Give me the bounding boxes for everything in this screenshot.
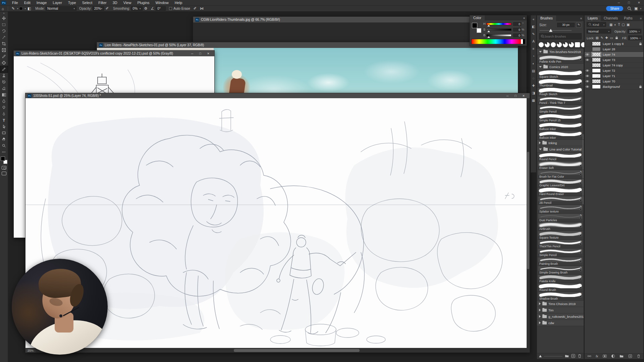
screen-mode-button[interactable] [2, 172, 6, 175]
menu-window[interactable]: Window [153, 0, 172, 5]
dodge-tool[interactable] [0, 104, 8, 111]
chevron-right-icon[interactable] [539, 302, 541, 305]
menu-file[interactable]: File [9, 0, 21, 5]
window-title-bar[interactable]: Ps 100Shots-51.psd @ 25% (Layer 74, RGB/… [25, 93, 530, 98]
new-group-folder-icon[interactable] [565, 353, 569, 359]
brush-item[interactable]: ✎Rough Sketch [537, 87, 584, 96]
brush-item[interactable]: ✎Palette Knife [537, 275, 584, 283]
hand-tool[interactable] [0, 136, 8, 142]
brush-item[interactable]: ✎ThickThin Pencil [537, 240, 584, 248]
tool-preset-pencil-icon[interactable]: ✎ [12, 6, 15, 11]
brush-item[interactable]: ✎Splatter texture [537, 205, 584, 214]
chevron-right-icon[interactable] [539, 141, 541, 144]
layer-thumbnail[interactable] [592, 68, 601, 73]
blur-tool[interactable] [0, 98, 8, 104]
brush-item[interactable]: ✎Square Sketch [537, 70, 584, 79]
layer-filter-icon-3[interactable]: ▢ [622, 23, 625, 26]
restore-button[interactable]: □ [624, 0, 634, 5]
search-brushes-input[interactable] [544, 35, 578, 38]
slider-track[interactable] [486, 28, 512, 31]
window-title-bar[interactable]: Ps Lion-Riders-SketchScan-01 (DESKTOP-5Q… [14, 51, 214, 56]
lock-all-icon[interactable] [615, 36, 618, 40]
eraser-tool[interactable] [0, 85, 8, 92]
layer-thumbnail[interactable] [592, 52, 601, 57]
window-minimize-icon[interactable]: ─ [188, 52, 196, 55]
brush-item[interactable]: ✎Brush for Flat Color [537, 170, 584, 179]
clone-stamp-tool[interactable] [0, 72, 8, 79]
brush-tip-round[interactable] [539, 42, 544, 47]
layer-fill-input[interactable]: 100%▾ [628, 36, 642, 40]
horizontal-scrollbar[interactable] [36, 348, 530, 353]
layer-row[interactable]: Layer 1 copy 8 [585, 41, 643, 47]
brush-tip-wedge[interactable] [563, 42, 568, 47]
visibility-toggle[interactable] [585, 57, 590, 62]
brush-item[interactable]: ✎Simple Pencil [537, 248, 584, 257]
layer-thumbnail[interactable] [592, 47, 601, 51]
slider-value[interactable]: 0 [513, 28, 521, 32]
tab-channels[interactable]: Channels [601, 15, 621, 21]
pressure-size-icon[interactable]: ✐ [194, 6, 197, 11]
brush-group-6[interactable]: g_rutkowski_brushes2017_b... [537, 313, 584, 320]
delete-layer-icon[interactable] [637, 354, 641, 359]
new-group-icon[interactable] [620, 354, 624, 359]
brush-item[interactable]: ✎Simple Pencil [537, 105, 584, 114]
brush-group-5[interactable]: Tim [537, 307, 584, 313]
menu-filter[interactable]: Filter [95, 0, 109, 5]
new-brush-icon[interactable] [571, 353, 575, 359]
paint-symmetry-icon[interactable]: ⋈ [200, 6, 204, 11]
type-tool[interactable]: T [0, 117, 8, 123]
layer-styles-fx[interactable]: fx [596, 355, 598, 358]
docked-panel-icon-1[interactable]: ◧ [531, 23, 536, 30]
menu-edit[interactable]: Edit [21, 0, 34, 5]
brush-tip-square[interactable] [575, 42, 580, 47]
brush-item[interactable]: ✎Eraser Soft [537, 161, 584, 170]
quick-mask-button[interactable] [2, 166, 6, 170]
lock-option-icon-2[interactable]: ✚ [605, 36, 608, 40]
brush-size-slider[interactable] [540, 28, 581, 33]
window-close-icon[interactable]: ✕ [520, 94, 528, 98]
visibility-toggle[interactable] [585, 63, 590, 68]
smoothing-input[interactable]: 0%▾ [131, 6, 143, 11]
blend-mode-select[interactable]: Normal▾ [587, 29, 611, 34]
panel-menu-icon[interactable]: ≡ [580, 17, 582, 20]
edit-toolbar-tool[interactable] [0, 149, 8, 155]
docked-panel-icon-5[interactable]: ◔ [531, 52, 536, 60]
scrollbar-thumb[interactable] [527, 152, 529, 269]
docked-panel-icon-10[interactable]: ◨ [531, 89, 536, 97]
window-close-icon[interactable]: ✕ [204, 52, 212, 55]
tab-brushes[interactable]: Brushes [537, 15, 556, 21]
angle-input[interactable]: 0° [156, 6, 166, 11]
brush-tip-wedge[interactable] [557, 42, 562, 47]
layer-filter-icon-0[interactable]: ▦ [609, 23, 612, 26]
pressure-opacity-icon[interactable]: ✐ [106, 6, 109, 11]
window-title-bar[interactable]: Ps Lion Riders -NewPitch-Sketches-01.psd… [97, 42, 518, 48]
brush-item[interactable]: ✎Balloon Inker [537, 122, 584, 131]
brush-item[interactable]: ✎Painting Brush [537, 257, 584, 266]
gradient-tool[interactable] [0, 92, 8, 98]
brush-group-2[interactable]: Inking [537, 140, 584, 146]
slider-track[interactable] [486, 23, 512, 25]
window-minimize-icon[interactable]: ─ [503, 94, 512, 98]
eyedropper-tool[interactable] [0, 53, 8, 60]
visibility-toggle[interactable] [585, 68, 590, 73]
docked-panel-icon-3[interactable]: A [531, 38, 536, 45]
docked-panel-icon-6[interactable]: ◐ [531, 60, 536, 67]
layer-row[interactable]: Layer 74 [585, 52, 643, 57]
visibility-toggle[interactable] [585, 52, 590, 57]
link-layers-icon[interactable] [587, 354, 591, 359]
history-brush-tool[interactable] [0, 79, 8, 85]
foreground-color-swatch[interactable] [1, 157, 5, 161]
menu-layer[interactable]: Layer [50, 0, 65, 5]
docked-panel-icon-2[interactable]: ✎ [531, 30, 536, 38]
layer-row[interactable]: Layer 28 [585, 47, 643, 52]
layer-row[interactable]: Layer 72 [585, 68, 643, 73]
chevron-down-icon[interactable] [539, 66, 542, 68]
vertical-scrollbar[interactable] [527, 98, 530, 348]
slider-value[interactable]: 0 [513, 34, 521, 37]
brush-item[interactable]: ✎Hard Round Eraser [537, 187, 584, 196]
close-button[interactable]: ✕ [634, 0, 644, 5]
auto-erase-checkbox[interactable] [169, 7, 172, 10]
menu-plugins[interactable]: Plugins [134, 0, 152, 5]
layer-filter-icon-2[interactable]: T [618, 23, 620, 26]
docked-panel-icon-11[interactable]: ▦ [531, 97, 536, 104]
